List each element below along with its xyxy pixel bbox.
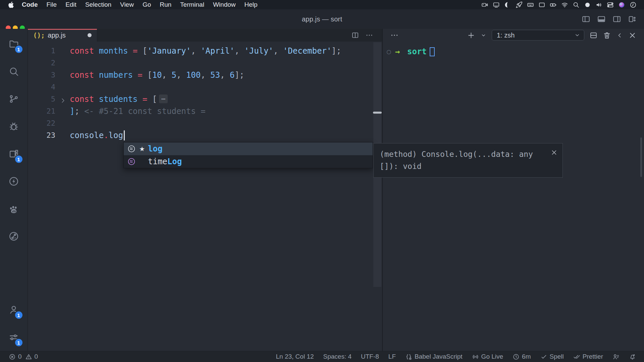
cleanshot-icon[interactable] — [504, 1, 511, 8]
menu-code[interactable]: Code — [17, 1, 42, 8]
terminal-command-text: sort — [407, 47, 427, 56]
screen-mirroring-icon[interactable] — [493, 1, 500, 8]
sidebar-item-search[interactable] — [0, 58, 28, 85]
sidebar-item-zap-circle[interactable] — [0, 168, 28, 195]
time-clock-icon[interactable] — [630, 1, 637, 8]
code-line[interactable]: 1const months = ['January', 'April', 'Ju… — [28, 45, 382, 57]
terminal-panel[interactable]: 1: zsh ○ → sort — [383, 29, 644, 351]
code-line[interactable]: 3const numbers = [10, 5, 100, 53, 6]; — [28, 69, 382, 81]
status-go-live[interactable]: Go Live — [472, 353, 503, 360]
apple-logo-icon[interactable] — [8, 1, 15, 8]
layout-panel-button[interactable] — [597, 15, 606, 23]
error-circle-icon — [9, 353, 16, 360]
split-terminal-button[interactable] — [589, 31, 598, 40]
menu-help[interactable]: Help — [240, 1, 262, 8]
terminal-session-dropdown[interactable]: 1: zsh — [492, 30, 584, 41]
status-bell-dot[interactable] — [629, 353, 636, 360]
wifi-icon[interactable] — [561, 1, 568, 8]
siri-icon[interactable] — [618, 1, 625, 8]
status-lf[interactable]: LF — [388, 353, 396, 360]
close-panel-button[interactable] — [628, 31, 637, 40]
menu-run[interactable]: Run — [155, 1, 176, 8]
sidebar-item-paw-chart[interactable] — [0, 195, 28, 223]
terminal-more-actions-button[interactable] — [390, 31, 399, 40]
code-editor[interactable]: 1const months = ['January', 'April', 'Ju… — [28, 42, 382, 351]
record-dot-icon[interactable] — [584, 1, 591, 8]
window-icon[interactable] — [538, 1, 545, 8]
status-ln-23-col-12[interactable]: Ln 23, Col 12 — [276, 353, 314, 360]
code-text: const months = ['January', 'April', 'Jul… — [70, 45, 341, 57]
dropdown-chevron-icon — [574, 32, 581, 39]
status-0[interactable]: 0 — [25, 353, 38, 360]
code-line[interactable]: 5const students = [⋯ — [28, 93, 382, 105]
titlebar-layout-controls — [582, 9, 637, 29]
new-terminal-button[interactable] — [467, 31, 475, 40]
suggestion-item[interactable]: timeLog — [124, 155, 373, 168]
active-tab-accent — [28, 29, 97, 30]
folded-region-badge[interactable]: ⋯ — [159, 95, 168, 103]
sidebar-item-source-control[interactable] — [0, 85, 28, 113]
editor-more-actions-button[interactable] — [365, 31, 373, 39]
sidebar-item-extensions[interactable]: 1 — [0, 140, 28, 168]
macos-menu-bar: CodeFileEditSelectionViewGoRunTerminalWi… — [0, 0, 644, 9]
menu-selection[interactable]: Selection — [81, 1, 116, 8]
sidebar-item-account[interactable]: 1 — [0, 296, 28, 323]
code-text: ]; <- #5-21 const students = — [70, 105, 206, 117]
layout-sidebar-left-button[interactable] — [582, 15, 590, 23]
menu-edit[interactable]: Edit — [61, 1, 81, 8]
line-number: 21 — [28, 105, 55, 117]
fold-chevron-icon[interactable] — [59, 96, 67, 103]
battery-charging-icon[interactable] — [550, 1, 557, 8]
sidebar-item-debug[interactable] — [0, 113, 28, 140]
status-person-feedback[interactable] — [612, 353, 620, 360]
badge: 1 — [14, 155, 23, 164]
kill-terminal-button[interactable] — [603, 31, 611, 40]
status-spell[interactable]: Spell — [540, 353, 564, 360]
terminal-launch-chevron-icon[interactable] — [480, 32, 487, 39]
layout-sidebar-right-button[interactable] — [612, 15, 621, 23]
sidebar-item-circle-branch[interactable] — [0, 223, 28, 250]
hover-tooltip: (method) Console.log(...data: any []): v… — [373, 143, 563, 178]
line-number: 4 — [28, 81, 55, 93]
suggestion-item[interactable]: ★log — [124, 142, 373, 155]
rocket-icon[interactable] — [516, 1, 523, 8]
status-prettier[interactable]: Prettier — [573, 353, 603, 360]
panel-collapse-button[interactable] — [616, 32, 623, 39]
layout-customize-button[interactable] — [628, 15, 637, 23]
code-line[interactable]: 23console.log — [28, 129, 382, 141]
keyboard-icon[interactable] — [527, 1, 534, 8]
tooltip-close-icon[interactable] — [550, 147, 558, 155]
menu-terminal[interactable]: Terminal — [176, 1, 209, 8]
sidebar-item-files[interactable]: 1 — [0, 30, 28, 58]
menu-go[interactable]: Go — [138, 1, 155, 8]
split-editor-button[interactable] — [351, 31, 359, 39]
tab-app-js[interactable]: (); app.js — [28, 29, 97, 42]
code-line[interactable]: 21]; <- #5-21 const students = — [28, 105, 382, 117]
status-babel-javascript[interactable]: Babel JavaScript — [405, 353, 463, 360]
modified-dot-icon[interactable] — [88, 33, 92, 37]
terminal-scrollbar[interactable] — [640, 137, 642, 177]
status-utf-8[interactable]: UTF-8 — [361, 353, 379, 360]
code-text: const students = [⋯ — [70, 93, 168, 105]
code-line[interactable]: 4 — [28, 81, 382, 93]
prompt-arrow: → — [395, 47, 400, 56]
menu-file[interactable]: File — [42, 1, 61, 8]
code-line[interactable]: 2 — [28, 57, 382, 69]
status-0[interactable]: 0 — [9, 353, 22, 360]
control-center-icon[interactable] — [607, 1, 614, 8]
hover-signature-text: (method) Console.log(...data: any []): v… — [380, 148, 533, 172]
warning-triangle-icon — [25, 353, 32, 360]
status-spaces-4[interactable]: Spaces: 4 — [323, 353, 352, 360]
menu-view[interactable]: View — [116, 1, 138, 8]
status-bar: 00 Ln 23, Col 12Spaces: 4UTF-8LFBabel Ja… — [0, 351, 644, 362]
status-6m[interactable]: 6m — [513, 353, 531, 360]
menu-window[interactable]: Window — [209, 1, 240, 8]
menubar-status-icons — [481, 1, 644, 8]
code-line[interactable]: 22 — [28, 117, 382, 129]
sidebar-item-settings-sliders[interactable]: 1 — [0, 323, 28, 351]
spotlight-search-icon[interactable] — [573, 1, 580, 8]
video-camera-icon[interactable] — [481, 1, 488, 8]
window-title-bar[interactable]: app.js — sort — [0, 9, 644, 29]
vscode-window: CodeFileEditSelectionViewGoRunTerminalWi… — [0, 0, 644, 362]
volume-icon[interactable] — [595, 1, 602, 8]
